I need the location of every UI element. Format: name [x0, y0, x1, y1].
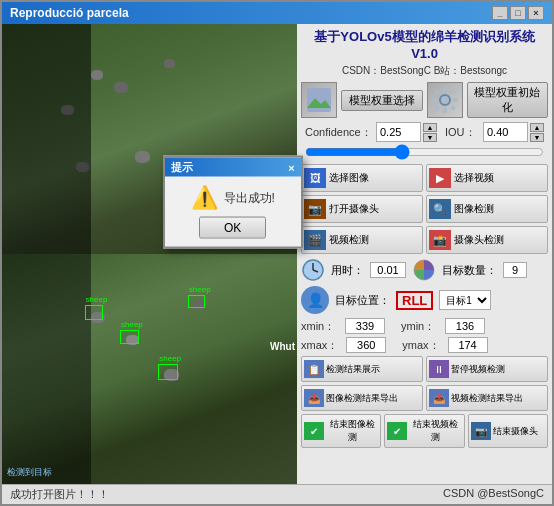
status-right: CSDN @BestSongC — [443, 487, 544, 502]
confidence-row: Confidence： ▲ ▼ IOU： ▲ ▼ — [301, 122, 548, 142]
svg-rect-8 — [434, 89, 440, 95]
close-button[interactable]: × — [528, 6, 544, 20]
svg-rect-11 — [450, 105, 456, 111]
dark-region — [2, 24, 91, 254]
bbox-3: sheep — [158, 364, 178, 380]
finish-row: ✔ 结束图像检测 ✔ 结束视频检测 📷 结束摄像头 — [301, 414, 548, 448]
export-image-button[interactable]: 📤 图像检测结果导出 — [301, 385, 423, 411]
modal-close-button[interactable]: × — [288, 161, 294, 173]
target-select[interactable]: 目标1 — [439, 290, 491, 310]
modal-ok-button[interactable]: OK — [199, 217, 266, 239]
export-video-icon: 📤 — [429, 389, 449, 407]
status-bar: 成功打开图片！！！ CSDN @BestSongC — [2, 484, 552, 504]
main-window: Reproducció parcela _ □ × — [0, 0, 554, 506]
ymin-label: ymin： — [401, 319, 437, 334]
modal-message: 导出成功! — [224, 189, 275, 206]
iou-spinner-btns: ▲ ▼ — [530, 123, 544, 142]
video-detect-button[interactable]: 🎬 视频检测 — [301, 226, 423, 254]
modal-title-bar: 提示 × — [165, 158, 301, 177]
whut-text: Whut — [270, 341, 295, 352]
camera-detect-button[interactable]: 📸 摄像头检测 — [426, 226, 548, 254]
maximize-button[interactable]: □ — [510, 6, 526, 20]
bbox-label-3: sheep — [159, 354, 181, 363]
svg-rect-9 — [450, 89, 456, 95]
select-image-button[interactable]: 🖼 选择图像 — [301, 164, 423, 192]
confidence-label: Confidence： — [305, 125, 368, 140]
modal-title-text: 提示 — [171, 160, 193, 175]
stop-video-icon: ⏸ — [429, 360, 449, 378]
target-count: 9 — [503, 262, 527, 278]
svg-rect-5 — [443, 108, 447, 113]
coord-row-2: xmax： 360 ymax： 174 — [301, 337, 548, 353]
end-image-button[interactable]: ✔ 结束图像检测 — [301, 414, 381, 448]
image-overlay-text: 检测到目标 — [7, 466, 52, 479]
animal-4 — [135, 151, 150, 163]
end-image-icon: ✔ — [304, 422, 324, 440]
stop-video-button[interactable]: ⏸ 暂停视频检测 — [426, 356, 548, 382]
ymax-value: 174 — [448, 337, 488, 353]
svg-rect-7 — [453, 98, 458, 102]
left-panel: sheep sheep sheep sheep 检测到目标 Whut — [2, 24, 297, 484]
iou-spinner: ▲ ▼ — [483, 122, 544, 142]
image-bottom: sheep sheep sheep sheep 检测到目标 Whut — [2, 254, 297, 484]
detect-icon: 🔍 — [429, 199, 451, 219]
iou-label: IOU： — [445, 125, 475, 140]
video-detect-icon: 🎬 — [304, 230, 326, 250]
modal-body: ⚠️ 导出成功! OK — [165, 177, 301, 247]
image-detect-button[interactable]: 🔍 图像检测 — [426, 195, 548, 223]
xmax-value: 360 — [346, 337, 386, 353]
iou-input[interactable] — [483, 122, 528, 142]
image-icon: 🖼 — [304, 168, 326, 188]
animal-2 — [114, 82, 128, 93]
xmin-label: xmin： — [301, 319, 337, 334]
model-select-button[interactable]: 模型权重选择 — [341, 90, 423, 111]
bbox-label-1: sheep — [86, 295, 108, 304]
bbox-label-2: sheep — [121, 320, 143, 329]
svg-rect-6 — [432, 98, 437, 102]
confidence-down[interactable]: ▼ — [423, 133, 437, 142]
export-image-icon: 📤 — [304, 389, 324, 407]
location-label: 目标位置： — [335, 293, 390, 308]
confidence-input[interactable] — [376, 122, 421, 142]
content-area: sheep sheep sheep sheep 检测到目标 Whut — [2, 24, 552, 484]
export-video-button[interactable]: 📤 视频检测结果导出 — [426, 385, 548, 411]
ymax-label: ymax： — [402, 338, 439, 353]
model-image-icon — [301, 82, 337, 118]
xmax-label: xmax： — [301, 338, 338, 353]
end-video-icon: ✔ — [387, 422, 407, 440]
dark-region-2 — [2, 254, 91, 484]
show-results-icon: 📋 — [304, 360, 324, 378]
end-camera-button[interactable]: 📷 结束摄像头 — [468, 414, 548, 448]
modal-message-row: ⚠️ 导出成功! — [191, 185, 275, 211]
select-video-button[interactable]: ▶ 选择视频 — [426, 164, 548, 192]
open-camera-icon: 📷 — [304, 199, 326, 219]
minimize-button[interactable]: _ — [492, 6, 508, 20]
ymin-value: 136 — [445, 318, 485, 334]
model-row: 模型权重选择 模型权重初始化 — [301, 82, 548, 118]
confidence-spinner: ▲ ▼ — [376, 122, 437, 142]
animal-5 — [164, 59, 175, 68]
location-row: 👤 目标位置： RLL 目标1 — [301, 286, 548, 314]
model-init-button[interactable]: 模型权重初始化 — [467, 82, 549, 118]
rll-badge: RLL — [396, 291, 433, 310]
modal-dialog[interactable]: 提示 × ⚠️ 导出成功! OK — [163, 156, 303, 249]
bbox-label-4: sheep — [189, 285, 211, 294]
svg-rect-0 — [307, 88, 331, 112]
iou-slider[interactable] — [305, 146, 544, 158]
open-camera-button[interactable]: 📷 打开摄像头 — [301, 195, 423, 223]
show-results-button[interactable]: 📋 检测结果展示 — [301, 356, 423, 382]
bbox-1: sheep — [85, 305, 103, 320]
title-bar: Reproducció parcela _ □ × — [2, 2, 552, 24]
iou-down[interactable]: ▼ — [530, 133, 544, 142]
iou-up[interactable]: ▲ — [530, 123, 544, 132]
play-icon: ▶ — [429, 168, 451, 188]
svg-rect-4 — [443, 87, 447, 92]
end-camera-icon: 📷 — [471, 422, 491, 440]
scene-bottom: sheep sheep sheep sheep 检测到目标 Whut — [2, 254, 297, 484]
camera-detect-icon: 📸 — [429, 230, 451, 250]
bbox-2: sheep — [120, 330, 139, 344]
pie-chart-icon — [412, 258, 436, 282]
confidence-up[interactable]: ▲ — [423, 123, 437, 132]
end-video-button[interactable]: ✔ 结束视频检测 — [384, 414, 464, 448]
coord-row-1: xmin： 339 ymin： 136 — [301, 318, 548, 334]
